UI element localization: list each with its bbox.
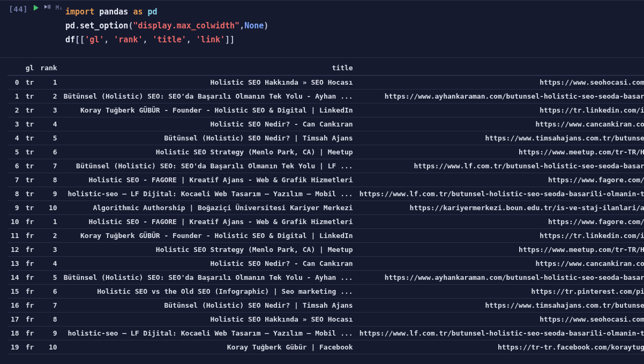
svg-rect-4 bbox=[50, 5, 50, 9]
cell-link: https://www.lf.com.tr/butunsel-holistic-… bbox=[356, 326, 644, 340]
cell-rank: 5 bbox=[37, 131, 60, 145]
cell-gl: fr bbox=[23, 298, 38, 312]
cell-title: Bütünsel (Holistic) SEO Nedir? | Timsah … bbox=[61, 298, 356, 312]
cell-title: Bütünsel (Holistic) SEO: SEO'da Başarılı… bbox=[61, 89, 356, 103]
table-row: 19fr10Koray Tuğberk Gübür | Facebookhttp… bbox=[8, 340, 644, 354]
table-row: 4tr5Bütünsel (Holistic) SEO Nedir? | Tim… bbox=[8, 131, 644, 145]
table-row: 8tr9holistic-seo – LF Dijital: Kocaeli W… bbox=[8, 187, 644, 200]
cell-rank: 9 bbox=[37, 326, 60, 340]
cell-title: Holistic SEO Nedir? - Can Cankıran bbox=[61, 256, 356, 270]
row-index: 11 bbox=[8, 228, 23, 242]
cell-title: Bütünsel (Holistic) SEO: SEO'da Başarılı… bbox=[61, 159, 356, 173]
cell-gl: tr bbox=[23, 117, 38, 131]
cell-title: Holistic SEO Strategy (Menlo Park, CA) |… bbox=[61, 242, 356, 256]
row-index: 17 bbox=[8, 312, 23, 326]
code-line-2: pd.set_option("display.max_colwidth",Non… bbox=[65, 19, 644, 33]
cell-title: holistic-seo – LF Dijital: Kocaeli Web T… bbox=[61, 187, 356, 200]
table-row: 10fr1Holistic SEO - FAGORE | Kreatif Aja… bbox=[8, 214, 644, 228]
cell-link: https://www.ayhankaraman.com/butunsel-ho… bbox=[356, 89, 644, 103]
svg-rect-2 bbox=[48, 5, 48, 9]
col-rank: rank bbox=[37, 61, 60, 75]
cell-link: https://www.ayhankaraman.com/butunsel-ho… bbox=[356, 270, 644, 284]
table-row: 9tr10Algorithmic Authorship | Boğaziçi Ü… bbox=[8, 200, 644, 214]
cell-link: https://www.meetup.com/tr-TR/Holistic-SE… bbox=[356, 145, 644, 159]
row-index: 12 bbox=[8, 242, 23, 256]
cell-rank: 6 bbox=[37, 145, 60, 159]
cell-rank: 10 bbox=[37, 340, 60, 354]
row-index: 5 bbox=[8, 145, 23, 159]
cell-gl: tr bbox=[23, 75, 38, 89]
prompt-area: [44] bbox=[0, 1, 31, 57]
cell-gl: fr bbox=[23, 340, 38, 354]
cell-title: holistic-seo – LF Dijital: Kocaeli Web T… bbox=[61, 326, 356, 340]
cell-title: Holistic SEO Hakkında » SEO Hocası bbox=[61, 312, 356, 326]
cell-link: https://www.seohocasi.com/etiket/holisti… bbox=[356, 312, 644, 326]
cell-rank: 3 bbox=[37, 103, 60, 117]
cell-gl: fr bbox=[23, 284, 38, 298]
cell-rank: 9 bbox=[37, 187, 60, 200]
svg-marker-0 bbox=[34, 5, 39, 11]
cell-rank: 2 bbox=[37, 89, 60, 103]
table-row: 0tr1Holistic SEO Hakkında » SEO Hocasıht… bbox=[8, 75, 644, 89]
code-cell[interactable]: [44] M↓ import pandas as pd pd.set_optio… bbox=[0, 0, 644, 58]
cell-rank: 1 bbox=[37, 75, 60, 89]
svg-marker-1 bbox=[44, 5, 48, 9]
cell-rank: 5 bbox=[37, 270, 60, 284]
row-index: 15 bbox=[8, 284, 23, 298]
cell-title: Holistic SEO Nedir? - Can Cankıran bbox=[61, 117, 356, 131]
cell-gl: fr bbox=[23, 326, 38, 340]
cell-gl: fr bbox=[23, 270, 38, 284]
row-index: 0 bbox=[8, 75, 23, 89]
row-index: 14 bbox=[8, 270, 23, 284]
col-link: link bbox=[356, 61, 644, 75]
cell-link: https://www.lf.com.tr/butunsel-holistic-… bbox=[356, 187, 644, 200]
cell-gl: tr bbox=[23, 131, 38, 145]
col-index bbox=[8, 61, 23, 75]
execution-count: [44] bbox=[9, 5, 28, 13]
markdown-toggle[interactable]: M↓ bbox=[56, 5, 63, 11]
cell-link: https://www.timsahajans.com.tr/butunsel-… bbox=[356, 131, 644, 145]
table-row: 12fr3Holistic SEO Strategy (Menlo Park, … bbox=[8, 242, 644, 256]
row-index: 3 bbox=[8, 117, 23, 131]
cell-gl: fr bbox=[23, 242, 38, 256]
cell-gl: tr bbox=[23, 145, 38, 159]
table-row: 13fr4Holistic SEO Nedir? - Can Cankıranh… bbox=[8, 256, 644, 270]
cell-rank: 10 bbox=[37, 200, 60, 214]
table-row: 1tr2Bütünsel (Holistic) SEO: SEO'da Başa… bbox=[8, 89, 644, 103]
cell-link: https://www.lf.com.tr/butunsel-holistic-… bbox=[356, 159, 644, 173]
cell-link: https://www.fagore.com/en/blog/holistic-… bbox=[356, 214, 644, 228]
run-icon[interactable] bbox=[33, 5, 39, 11]
row-index: 4 bbox=[8, 131, 23, 145]
cell-gl: fr bbox=[23, 256, 38, 270]
cell-title: Holistic SEO - FAGORE | Kreatif Ajans - … bbox=[61, 214, 356, 228]
table-row: 6tr7Bütünsel (Holistic) SEO: SEO'da Başa… bbox=[8, 159, 644, 173]
cell-gl: fr bbox=[23, 312, 38, 326]
cell-gl: tr bbox=[23, 159, 38, 173]
cell-link: https://www.cancankiran.com/holistic-seo… bbox=[356, 256, 644, 270]
cell-rank: 6 bbox=[37, 284, 60, 298]
cell-title: Koray Tuğberk GÜBÜR - Founder - Holistic… bbox=[61, 103, 356, 117]
cell-gl: tr bbox=[23, 103, 38, 117]
code-editor[interactable]: import pandas as pd pd.set_option("displ… bbox=[65, 1, 644, 57]
cell-link: https://tr.linkedin.com/in/koray-tugberk… bbox=[356, 103, 644, 117]
table-row: 18fr9holistic-seo – LF Dijital: Kocaeli … bbox=[8, 326, 644, 340]
cell-title: Koray Tuğberk GÜBÜR - Founder - Holistic… bbox=[61, 228, 356, 242]
row-index: 8 bbox=[8, 187, 23, 200]
cell-gl: tr bbox=[23, 89, 38, 103]
cell-rank: 8 bbox=[37, 173, 60, 187]
cell-rank: 8 bbox=[37, 312, 60, 326]
cell-title: Holistic SEO vs the Old SEO (Infographic… bbox=[61, 284, 356, 298]
cell-link: https://www.meetup.com/tr-TR/Holistic-SE… bbox=[356, 242, 644, 256]
cell-link: https://www.fagore.com/en/blog/holistic-… bbox=[356, 173, 644, 187]
table-row: 3tr4Holistic SEO Nedir? - Can Cankıranht… bbox=[8, 117, 644, 131]
run-by-line-icon[interactable] bbox=[44, 5, 50, 11]
row-index: 18 bbox=[8, 326, 23, 340]
row-index: 6 bbox=[8, 159, 23, 173]
cell-link: https://tr.linkedin.com/in/koray-tugberk… bbox=[356, 228, 644, 242]
cell-rank: 3 bbox=[37, 242, 60, 256]
table-row: 5tr6Holistic SEO Strategy (Menlo Park, C… bbox=[8, 145, 644, 159]
cell-gl: tr bbox=[23, 200, 38, 214]
row-index: 10 bbox=[8, 214, 23, 228]
cell-rank: 7 bbox=[37, 298, 60, 312]
cell-gl: tr bbox=[23, 187, 38, 200]
